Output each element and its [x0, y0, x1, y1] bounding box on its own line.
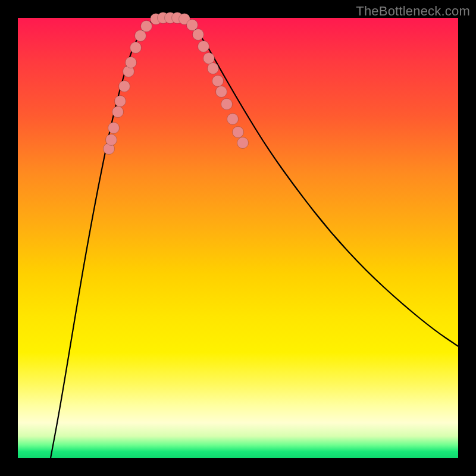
data-dot — [135, 30, 146, 42]
data-dot — [187, 20, 198, 31]
data-dot — [115, 96, 126, 107]
data-dot — [119, 81, 130, 92]
data-dot — [208, 63, 219, 74]
data-dot — [108, 123, 120, 134]
chart-frame: TheBottleneck.com — [0, 0, 476, 476]
data-dot — [112, 107, 124, 118]
bottleneck-curve-svg — [18, 18, 458, 458]
data-dots — [104, 12, 249, 155]
curve-left — [51, 18, 159, 458]
watermark-text: TheBottleneck.com — [356, 4, 470, 19]
data-dot — [106, 134, 117, 146]
data-dot — [212, 76, 224, 87]
data-dot — [216, 86, 227, 98]
data-dot — [237, 137, 249, 149]
data-dot — [203, 53, 215, 64]
data-dot — [227, 114, 239, 125]
data-dot — [221, 99, 233, 110]
data-dot — [233, 127, 244, 138]
data-dot — [126, 57, 137, 68]
data-dot — [193, 29, 204, 40]
data-dot — [130, 42, 142, 54]
data-dot — [198, 41, 209, 52]
data-dot — [141, 21, 152, 32]
curve-right — [181, 18, 458, 346]
plot-area — [18, 18, 458, 458]
